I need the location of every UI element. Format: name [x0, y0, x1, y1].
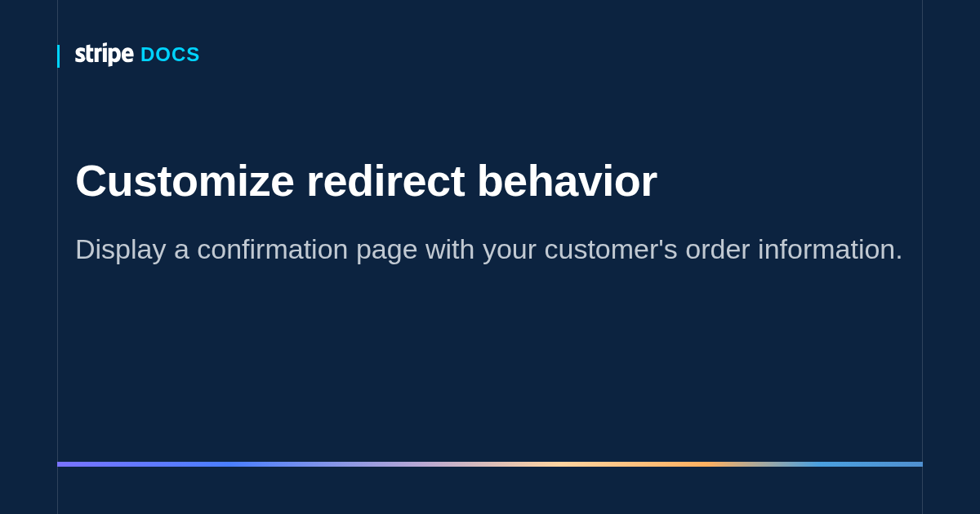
page-subtitle: Display a confirmation page with your cu…	[75, 228, 905, 270]
page-title: Customize redirect behavior	[75, 155, 905, 206]
stripe-logo	[75, 42, 134, 67]
main-content: Customize redirect behavior Display a co…	[75, 155, 905, 270]
vertical-divider-right	[922, 0, 923, 514]
gradient-accent-bar	[57, 462, 923, 467]
brand-header: DOCS	[75, 42, 200, 67]
docs-label: DOCS	[140, 43, 200, 66]
logo-accent-bar	[57, 45, 60, 68]
vertical-divider-left	[57, 0, 58, 514]
